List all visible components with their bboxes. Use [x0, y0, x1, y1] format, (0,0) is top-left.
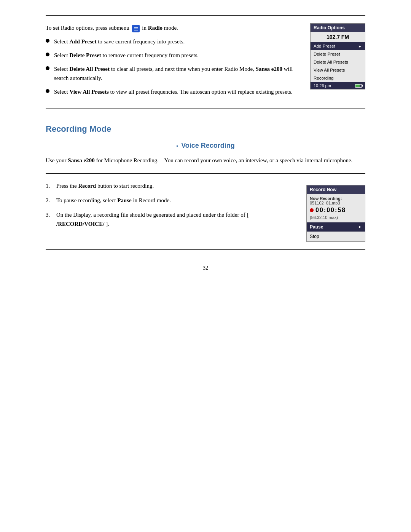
list-item: 1. Press the Record button to start reco…	[46, 181, 295, 190]
menu-item-label: Delete All Presets	[314, 60, 348, 64]
step-number: 1.	[46, 181, 53, 190]
radio-options-panel: Radio Options 102.7 FM Add Preset ► Dele…	[310, 23, 365, 89]
arrow-icon: ►	[358, 44, 362, 48]
step-text: To pause recording, select Pause in Reco…	[56, 196, 295, 205]
timer-display: 00:00:58	[315, 207, 346, 214]
menu-item-label: Delete Preset	[314, 52, 340, 56]
battery-icon	[355, 84, 362, 88]
record-panel-header: Record Now	[307, 185, 365, 194]
record-panel-item-stop[interactable]: Stop	[307, 232, 365, 241]
arrow-icon: ►	[358, 225, 362, 229]
bullet-text: Select View All Presets to view all pres…	[54, 87, 299, 96]
menu-item-label: Pause	[310, 224, 323, 230]
bullet-dot	[46, 53, 49, 56]
radio-panel-footer: 10:26 pm	[311, 82, 365, 89]
menu-item-label: Add Preset	[314, 44, 335, 48]
menu-item-label: Recording	[314, 76, 333, 80]
svg-rect-2	[134, 30, 138, 31]
recording-mode-section: Recording Mode Voice Recording Use your …	[46, 124, 365, 250]
bullet-dot	[46, 66, 49, 70]
page-number: 32	[46, 265, 365, 271]
record-panel-item-pause[interactable]: Pause ►	[307, 222, 365, 232]
steps-list: 1. Press the Record button to start reco…	[46, 181, 295, 228]
steps-text: 1. Press the Record button to start reco…	[46, 181, 295, 242]
record-max-text: (86:32:10 max)	[310, 215, 362, 220]
now-recording-label: Now Recording:	[310, 196, 362, 201]
svg-rect-0	[134, 27, 138, 28]
bullet-dot	[46, 89, 49, 93]
record-now-panel: Record Now Now Recording: 051102_01.mp3 …	[306, 185, 365, 242]
list-item: Select Delete Preset to remove current f…	[46, 51, 299, 60]
svg-rect-1	[134, 29, 138, 29]
radio-intro: To set Radio options, press submenu in R…	[46, 23, 299, 32]
step-text: Press the Record button to start recordi…	[56, 181, 295, 190]
list-item: 3. On the Display, a recording file shou…	[46, 210, 295, 228]
submenu-icon	[133, 26, 139, 32]
radio-panel-header: Radio Options	[311, 24, 365, 32]
radio-text-content: To set Radio options, press submenu in R…	[46, 23, 299, 101]
step-text: On the Display, a recording file should …	[56, 210, 295, 228]
radio-panel-item-view-all[interactable]: View All Presets	[311, 66, 365, 74]
radio-section: To set Radio options, press submenu in R…	[46, 15, 365, 109]
radio-panel-item-delete-preset[interactable]: Delete Preset	[311, 50, 365, 58]
list-item: Select Delete All Preset to clear all pr…	[46, 64, 299, 83]
voice-recording-heading: Voice Recording	[46, 142, 365, 150]
radio-panel-item-add-preset[interactable]: Add Preset ►	[311, 42, 365, 50]
menu-item-label: Stop	[310, 234, 319, 239]
radio-bullet-list: Select Add Preset to save current freque…	[46, 37, 299, 96]
bullet-text: Select Add Preset to save current freque…	[54, 37, 299, 46]
record-panel-body: Now Recording: 051102_01.mp3 00:00:58 (8…	[307, 194, 365, 222]
list-item: Select View All Presets to view all pres…	[46, 87, 299, 96]
recording-mode-heading: Recording Mode	[46, 124, 365, 134]
radio-panel-item-recording[interactable]: Recording	[311, 74, 365, 82]
step-number: 2.	[46, 196, 53, 205]
description-text: Use your Sansa e200 for Microphone Recor…	[46, 156, 365, 166]
bullet-text: Select Delete Preset to remove current f…	[54, 51, 299, 60]
radio-panel-item-delete-all[interactable]: Delete All Presets	[311, 58, 365, 66]
bullet-dot	[46, 39, 49, 43]
record-timer: 00:00:58	[310, 207, 362, 214]
list-item: Select Add Preset to save current freque…	[46, 37, 299, 46]
record-dot-icon	[310, 208, 314, 212]
radio-panel-frequency: 102.7 FM	[311, 32, 365, 42]
steps-section: 1. Press the Record button to start reco…	[46, 173, 365, 250]
record-filename: 051102_01.mp3	[310, 201, 362, 205]
footer-time: 10:26 pm	[314, 83, 331, 88]
list-item: 2. To pause recording, select Pause in R…	[46, 196, 295, 205]
bullet-text: Select Delete All Preset to clear all pr…	[54, 64, 299, 83]
step-number: 3.	[46, 210, 53, 219]
menu-item-label: View All Presets	[314, 68, 345, 72]
